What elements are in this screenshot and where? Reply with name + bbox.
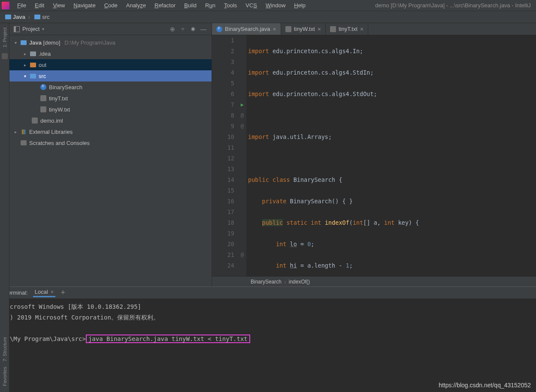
run-gutter-icon[interactable]: ▶: [241, 100, 244, 110]
iml-file-icon: [32, 118, 38, 124]
tab-binarysearch[interactable]: BinarySearch.java ×: [212, 23, 281, 35]
menu-edit[interactable]: Edit: [30, 2, 48, 9]
text-file-icon: [330, 26, 336, 32]
expand-icon[interactable]: ▸: [22, 51, 27, 56]
close-icon[interactable]: ×: [51, 289, 54, 295]
window-title: demo [D:\My Program\Java] - ...\src\Bina…: [375, 2, 534, 9]
menu-help[interactable]: Help: [290, 2, 310, 9]
tree-iml[interactable]: demo.iml: [9, 115, 212, 126]
nav-bar: Java › src: [0, 11, 536, 23]
terminal-command: java BinarySearch.java tinyW.txt < tinyT…: [86, 335, 250, 343]
folder-icon: [5, 15, 11, 19]
line-gutter: 1234 56 7▶ 8@ 9@ 10111213 14151617 18192…: [212, 35, 246, 276]
settings-button[interactable]: ✸: [189, 25, 197, 33]
tree-file-tinyt[interactable]: tinyT.txt: [9, 93, 212, 104]
breadcrumb-class[interactable]: BinarySearch: [251, 279, 282, 285]
code-content[interactable]: import edu.princeton.cs.algs4.In; import…: [246, 35, 536, 276]
tree-out[interactable]: ▸ out: [9, 59, 212, 70]
tab-label: BinarySearch.java: [225, 26, 270, 32]
tab-tinyw[interactable]: tinyW.txt ×: [281, 23, 326, 35]
project-panel-title: Project: [22, 26, 39, 32]
crumb-label: src: [42, 14, 49, 20]
menu-navigate[interactable]: Navigate: [69, 2, 100, 9]
menu-window[interactable]: Window: [261, 2, 290, 9]
project-panel-header: Project ▾ ⊕ ÷ ✸ —: [9, 23, 212, 35]
project-panel: Project ▾ ⊕ ÷ ✸ — ▾ Java [demo] D:\My Pr…: [9, 23, 212, 286]
bookmark-icon[interactable]: [2, 53, 8, 59]
tab-tinyt[interactable]: tinyT.txt ×: [326, 23, 368, 35]
watermark: https://blog.csdn.net/qq_43152052: [439, 382, 531, 389]
menu-build[interactable]: Build: [180, 2, 201, 9]
expand-icon[interactable]: ▾: [22, 73, 27, 78]
breadcrumb-java[interactable]: Java ›: [3, 13, 33, 21]
menu-analyze[interactable]: Analyze: [122, 2, 150, 9]
folder-icon: [30, 51, 36, 56]
tree-file-tinyw[interactable]: tinyW.txt: [9, 104, 212, 115]
tree-external-libs[interactable]: ▸ External Libraries: [9, 126, 212, 137]
menu-code[interactable]: Code: [100, 2, 122, 9]
text-file-icon: [285, 26, 291, 32]
folder-icon: [34, 15, 40, 19]
left-bottom-tool-strip: 7: Structure Favorites: [0, 286, 9, 392]
breadcrumb-method[interactable]: indexOf(): [289, 279, 310, 285]
crumb-label: Java: [13, 14, 25, 20]
text-file-icon: [40, 106, 46, 112]
folder-icon: [21, 40, 27, 45]
tree-scratches[interactable]: Scratches and Consoles: [9, 137, 212, 148]
close-icon[interactable]: ×: [318, 26, 321, 33]
side-tab-structure[interactable]: 7: Structure: [2, 335, 7, 364]
folder-icon: [30, 74, 36, 78]
editor-area: BinarySearch.java × tinyW.txt × tinyT.tx…: [212, 23, 536, 286]
terminal-header: Terminal: Local × +: [0, 287, 536, 299]
tree-src[interactable]: ▾ src: [9, 70, 212, 81]
tree-root[interactable]: ▾ Java [demo] D:\My Program\Java: [9, 37, 212, 48]
left-tool-strip: 1: Project: [0, 23, 9, 286]
app-icon: [2, 2, 9, 9]
tree-file-binarysearch[interactable]: BinarySearch: [9, 81, 212, 93]
scratch-icon: [21, 140, 27, 145]
code-breadcrumb: BinarySearch › indexOf(): [212, 276, 536, 286]
folder-icon: [30, 63, 36, 67]
editor-tabs: BinarySearch.java × tinyW.txt × tinyT.tx…: [212, 23, 536, 35]
code-editor[interactable]: 1234 56 7▶ 8@ 9@ 10111213 14151617 18192…: [212, 35, 536, 276]
side-tab-favorites[interactable]: Favorites: [2, 364, 7, 389]
tab-label: tinyT.txt: [339, 26, 357, 32]
tree-idea[interactable]: ▸ .idea: [9, 48, 212, 59]
text-file-icon: [40, 95, 46, 101]
java-class-icon: [40, 84, 46, 90]
project-tree: ▾ Java [demo] D:\My Program\Java ▸ .idea…: [9, 35, 212, 286]
library-icon: [21, 129, 27, 135]
tab-label: tinyW.txt: [294, 26, 315, 32]
menu-run[interactable]: Run: [201, 2, 220, 9]
menu-vcs[interactable]: VCS: [241, 2, 261, 9]
hide-button[interactable]: —: [200, 25, 207, 33]
menu-refactor[interactable]: Refactor: [150, 2, 180, 9]
dropdown-icon[interactable]: ▾: [42, 27, 44, 31]
terminal-panel: Terminal: Local × + Microsoft Windows [版…: [0, 286, 536, 392]
menu-file[interactable]: File: [13, 2, 30, 9]
terminal-tab-local[interactable]: Local ×: [33, 289, 56, 297]
add-terminal-button[interactable]: +: [61, 288, 65, 297]
menubar: File Edit View Navigate Code Analyze Ref…: [0, 0, 536, 11]
terminal-output[interactable]: Microsoft Windows [版本 10.0.18362.295] (c…: [0, 299, 536, 392]
close-icon[interactable]: ×: [273, 26, 276, 33]
expand-icon[interactable]: ▸: [22, 62, 27, 67]
close-icon[interactable]: ×: [360, 26, 363, 33]
menu-tools[interactable]: Tools: [220, 2, 241, 9]
breadcrumb-src[interactable]: src: [33, 14, 51, 20]
side-tab-project[interactable]: 1: Project: [2, 25, 7, 50]
collapse-button[interactable]: ÷: [179, 25, 187, 33]
locate-button[interactable]: ⊕: [169, 25, 176, 33]
menu-view[interactable]: View: [48, 2, 69, 9]
pane-icon: [14, 26, 20, 32]
expand-icon[interactable]: ▸: [13, 129, 18, 134]
expand-icon[interactable]: ▾: [13, 40, 18, 45]
java-class-icon: [216, 26, 222, 32]
